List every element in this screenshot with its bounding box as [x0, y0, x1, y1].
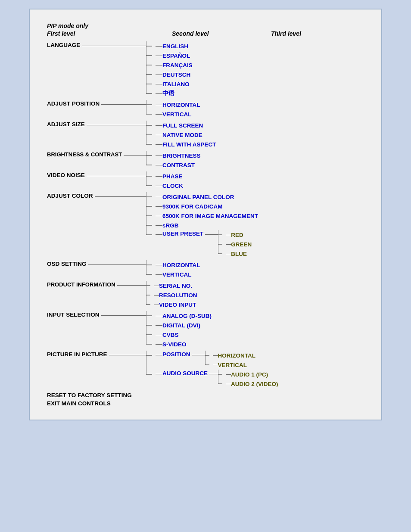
size-fullscreen-row: FULL SCREEN: [146, 121, 216, 130]
branch-connector-last: [205, 360, 213, 370]
second-level-label: Second level: [172, 30, 271, 37]
clock-row: CLOCK: [146, 181, 183, 190]
branch-connector: [146, 151, 156, 160]
language-espanol: ESPAÑOL: [162, 53, 190, 59]
contrast-row: CONTRAST: [146, 160, 201, 170]
pip-pos-vertical-row: VERTICAL: [205, 360, 256, 370]
language-espanol-row: ESPAÑOL: [146, 51, 193, 60]
exit-controls-label: EXIT MAIN CONTROLS: [47, 400, 111, 407]
input-cvbs: CVBS: [162, 332, 179, 338]
size-native-row: NATIVE MODE: [146, 130, 216, 140]
branch-connector-last: [146, 339, 156, 349]
reset-factory-label: RESET TO FACTORY SETTING: [47, 392, 132, 398]
branch-connector: [146, 70, 156, 79]
adjust-color-section: ADJUST COLOR ORIGINAL PANEL COLOR 9300K …: [47, 192, 364, 258]
color-original: ORIGINAL PANEL COLOR: [162, 194, 234, 200]
adjust-size-section: ADJUST SIZE FULL SCREEN NATIVE MODE: [47, 121, 364, 149]
pos-vertical-row: VERTICAL: [146, 109, 200, 119]
pip-pos-vertical: VERTICAL: [218, 362, 247, 368]
input-svideo: S-VIDEO: [162, 341, 187, 348]
osd-horizontal: HORIZONTAL: [162, 262, 200, 268]
size-fullscreen: FULL SCREEN: [162, 122, 203, 129]
brightness-item: BRIGHTNESS: [162, 152, 201, 159]
branch-connector: [146, 202, 156, 211]
contrast-item: CONTRAST: [162, 162, 195, 168]
adjust-position-section: ADJUST POSITION HORIZONTAL VERTICAL: [47, 100, 364, 119]
phase-row: PHASE: [146, 171, 183, 181]
color-red-row: RED: [218, 230, 252, 240]
osd-vertical-row: VERTICAL: [146, 270, 200, 279]
branch-connector: [146, 100, 156, 109]
branch-connector-last: [146, 181, 156, 190]
osd-horizontal-row: HORIZONTAL: [146, 260, 200, 270]
input-digital: DIGITAL (DVI): [162, 322, 200, 329]
branch-connector: [146, 121, 156, 130]
color-6500k: 6500K FOR IMAGE MANAGEMENT: [162, 213, 258, 219]
color-red: RED: [231, 232, 243, 238]
language-deutsch-row: DEUTSCH: [146, 70, 193, 79]
pip-pos-horizontal: HORIZONTAL: [218, 352, 256, 359]
exit-controls-row: EXIT MAIN CONTROLS: [47, 400, 364, 407]
branch-connector-last: [146, 160, 156, 170]
branch-connector-last: [146, 109, 156, 119]
menu-table: LANGUAGE ENGLISH ESPAÑOL FR: [47, 41, 364, 407]
branch-connector: [146, 51, 156, 60]
pip-mode-label: PIP mode only: [47, 22, 364, 29]
branch-connector: [146, 79, 156, 89]
input-analog-row: ANALOG (D-SUB): [146, 311, 212, 320]
brightness-contrast-label: BRIGHTNESS & CONTRAST: [47, 151, 122, 158]
branch-connector-last: [146, 300, 154, 309]
input-analog: ANALOG (D-SUB): [162, 313, 212, 319]
branch-connector: [146, 221, 156, 230]
color-user-preset-row: USER PRESET RED: [146, 230, 258, 258]
branch-connector-last: [146, 140, 156, 149]
header: PIP mode only First level Second level T…: [47, 22, 364, 37]
input-selection-label: INPUT SELECTION: [47, 311, 100, 318]
pos-vertical: VERTICAL: [162, 111, 192, 118]
reset-factory-row: RESET TO FACTORY SETTING: [47, 392, 364, 398]
main-container: PIP mode only First level Second level T…: [29, 9, 382, 420]
branch-connector-last: [146, 370, 156, 389]
color-blue: BLUE: [231, 251, 247, 257]
language-italiano: ITALIANO: [162, 81, 190, 87]
brightness-contrast-section: BRIGHTNESS & CONTRAST BRIGHTNESS CONTRAS…: [47, 151, 364, 170]
size-fill: FILL WITH ASPECT: [162, 141, 216, 148]
phase-item: PHASE: [162, 173, 183, 180]
pip-audio-source: AUDIO SOURCE: [162, 370, 208, 376]
language-chinese: 中语: [162, 90, 174, 97]
branch-connector: [146, 211, 156, 221]
branch-connector: [146, 351, 156, 370]
product-serial: SERIAL NO.: [159, 283, 192, 289]
language-english: ENGLISH: [162, 43, 188, 50]
color-green-row: GREEN: [218, 240, 252, 249]
osd-setting-section: OSD SETTING HORIZONTAL VERTICAL: [47, 260, 364, 279]
language-italiano-row: ITALIANO: [146, 79, 193, 89]
pip-pos-horizontal-row: HORIZONTAL: [205, 351, 256, 360]
branch-connector: [218, 230, 226, 240]
branch-connector: [146, 41, 156, 51]
branch-connector: [146, 260, 156, 270]
color-9300k: 9300K FOR CAD/CAM: [162, 203, 223, 210]
video-noise-section: VIDEO NOISE PHASE CLOCK: [47, 171, 364, 190]
brightness-row: BRIGHTNESS: [146, 151, 201, 160]
branch-connector: [146, 130, 156, 140]
osd-setting-label: OSD SETTING: [47, 261, 87, 267]
color-original-row: ORIGINAL PANEL COLOR: [146, 192, 258, 202]
language-section: LANGUAGE ENGLISH ESPAÑOL FR: [47, 41, 364, 98]
branch-connector: [146, 281, 154, 290]
pip-position: POSITION: [162, 351, 190, 358]
color-user-preset: USER PRESET: [162, 230, 203, 237]
input-selection-section: INPUT SELECTION ANALOG (D-SUB) DIGITAL (…: [47, 311, 364, 349]
branch-connector: [146, 330, 156, 339]
language-english-row: ENGLISH: [146, 41, 193, 51]
branch-connector: [146, 192, 156, 202]
branch-connector: [218, 240, 226, 249]
pip-audio2: AUDIO 2 (VIDEO): [231, 381, 278, 387]
input-digital-row: DIGITAL (DVI): [146, 320, 212, 330]
pip-audio2-row: AUDIO 2 (VIDEO): [218, 379, 278, 389]
product-info-label: PRODUCT INFORMATION: [47, 281, 115, 288]
color-srgb: sRGB: [162, 222, 179, 229]
first-level-label: First level: [47, 30, 159, 37]
pip-audio1-row: AUDIO 1 (PC): [218, 370, 278, 379]
language-chinese-row: 中语: [146, 89, 193, 98]
